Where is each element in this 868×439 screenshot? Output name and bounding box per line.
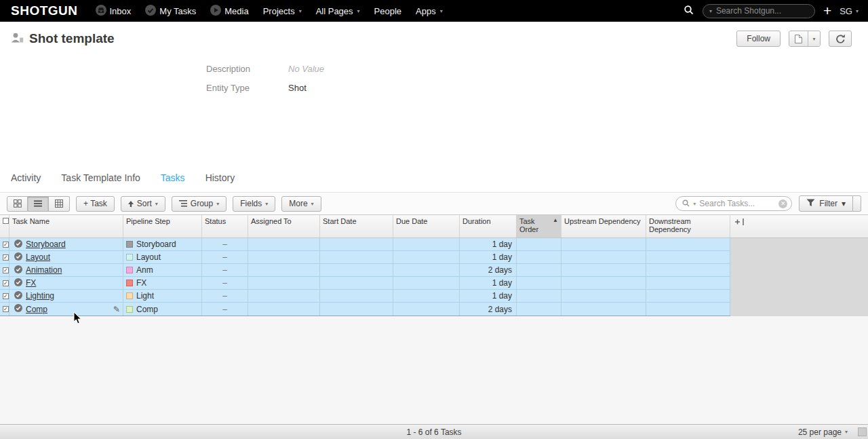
list-view-button[interactable] bbox=[28, 196, 49, 212]
upstream-dependency-cell[interactable] bbox=[561, 238, 646, 250]
sort-button[interactable]: Sort ▾ bbox=[121, 196, 165, 212]
column-header-assigned-to[interactable]: Assigned To bbox=[248, 215, 320, 237]
search-icon[interactable] bbox=[684, 5, 694, 18]
column-header-status[interactable]: Status bbox=[202, 215, 248, 237]
status-cell[interactable]: – bbox=[202, 290, 248, 302]
duration-cell[interactable]: 2 days bbox=[460, 303, 517, 316]
filter-panel-toggle[interactable] bbox=[853, 195, 861, 212]
nav-my-tasks[interactable]: My Tasks bbox=[145, 5, 196, 18]
row-select-cell[interactable] bbox=[0, 238, 9, 250]
status-cell[interactable]: – bbox=[202, 277, 248, 289]
start-date-cell[interactable] bbox=[320, 290, 393, 302]
pipeline-step-cell[interactable]: Comp bbox=[123, 303, 202, 316]
due-date-cell[interactable] bbox=[393, 264, 460, 276]
assigned-to-cell[interactable] bbox=[248, 238, 320, 250]
row-select-cell[interactable] bbox=[0, 264, 9, 276]
row-select-cell[interactable] bbox=[0, 277, 9, 289]
add-task-button[interactable]: + Task bbox=[76, 196, 115, 212]
pipeline-step-cell[interactable]: Anm bbox=[123, 264, 202, 276]
due-date-cell[interactable] bbox=[393, 290, 460, 302]
status-cell[interactable]: – bbox=[202, 238, 248, 250]
duration-cell[interactable]: 1 day bbox=[460, 238, 517, 250]
refresh-button[interactable] bbox=[829, 31, 852, 47]
task-name-cell[interactable]: Storyboard bbox=[9, 238, 123, 250]
task-order-cell[interactable] bbox=[517, 277, 561, 289]
duration-cell[interactable]: 2 days bbox=[460, 264, 517, 276]
column-header-pipeline-step[interactable]: Pipeline Step bbox=[123, 215, 202, 237]
column-header-due-date[interactable]: Due Date bbox=[393, 215, 460, 237]
task-name-link[interactable]: Storyboard bbox=[26, 240, 66, 249]
start-date-cell[interactable] bbox=[320, 264, 393, 276]
clear-search-icon[interactable]: ✕ bbox=[778, 199, 787, 208]
chevron-down-icon[interactable]: ▾ bbox=[808, 31, 820, 46]
spreadsheet-view-button[interactable] bbox=[49, 196, 70, 212]
row-select-cell[interactable] bbox=[0, 290, 9, 302]
task-order-cell[interactable] bbox=[517, 264, 561, 276]
user-menu[interactable]: SG ▾ bbox=[840, 6, 859, 16]
fields-button[interactable]: Fields ▾ bbox=[233, 196, 275, 212]
column-header-downstream-dependency[interactable]: Downstream Dependency bbox=[646, 215, 730, 237]
table-row[interactable]: Comp ✎ Comp – 2 days bbox=[0, 303, 730, 316]
start-date-cell[interactable] bbox=[320, 303, 393, 316]
row-select-cell[interactable] bbox=[0, 251, 9, 263]
task-name-link[interactable]: Layout bbox=[26, 252, 50, 262]
duration-cell[interactable]: 1 day bbox=[460, 251, 517, 263]
column-header-upstream-dependency[interactable]: Upstream Dependency bbox=[561, 215, 646, 237]
task-order-cell[interactable] bbox=[517, 238, 561, 250]
status-cell[interactable]: – bbox=[202, 303, 248, 316]
downstream-dependency-cell[interactable] bbox=[646, 290, 730, 302]
task-name-cell[interactable]: FX bbox=[9, 277, 123, 289]
pipeline-step-cell[interactable]: Storyboard bbox=[123, 238, 202, 250]
table-row[interactable]: FX FX – 1 day bbox=[0, 277, 730, 290]
tasks-search-input[interactable] bbox=[699, 199, 775, 208]
tab-tasks[interactable]: Tasks bbox=[161, 172, 185, 183]
nav-all-pages[interactable]: All Pages ▾ bbox=[316, 6, 360, 16]
global-search-input[interactable] bbox=[716, 6, 808, 16]
table-row[interactable]: Lighting Light – 1 day bbox=[0, 290, 730, 303]
downstream-dependency-cell[interactable] bbox=[646, 303, 730, 316]
row-checkbox[interactable] bbox=[3, 242, 9, 248]
upstream-dependency-cell[interactable] bbox=[561, 264, 646, 276]
entity-type-value[interactable]: Shot bbox=[288, 83, 307, 93]
row-checkbox[interactable] bbox=[3, 280, 9, 286]
table-row[interactable]: Storyboard Storyboard – 1 day bbox=[0, 238, 730, 251]
shotgun-logo[interactable]: SHOTGUN bbox=[11, 3, 78, 18]
row-checkbox[interactable] bbox=[3, 254, 9, 261]
select-all-checkbox[interactable] bbox=[3, 218, 9, 224]
thumbnail-view-button[interactable] bbox=[7, 196, 28, 212]
downstream-dependency-cell[interactable] bbox=[646, 264, 730, 276]
task-name-link[interactable]: FX bbox=[26, 278, 36, 288]
search-scope-caret-icon[interactable]: ▾ bbox=[693, 201, 696, 207]
start-date-cell[interactable] bbox=[320, 238, 393, 250]
task-name-link[interactable]: Comp bbox=[26, 305, 47, 314]
follow-button[interactable]: Follow bbox=[736, 31, 781, 47]
nav-media[interactable]: Media bbox=[210, 5, 248, 18]
task-name-link[interactable]: Animation bbox=[26, 265, 62, 275]
task-order-cell[interactable] bbox=[517, 303, 561, 316]
nav-inbox[interactable]: Inbox bbox=[96, 5, 132, 18]
per-page-selector[interactable]: 25 per page ▾ bbox=[798, 427, 848, 437]
due-date-cell[interactable] bbox=[393, 303, 460, 316]
assigned-to-cell[interactable] bbox=[248, 303, 320, 316]
row-checkbox[interactable] bbox=[3, 306, 9, 312]
column-header-duration[interactable]: Duration bbox=[460, 215, 517, 237]
header-select-all-cell[interactable] bbox=[0, 215, 9, 237]
upstream-dependency-cell[interactable] bbox=[561, 251, 646, 263]
task-name-link[interactable]: Lighting bbox=[26, 291, 54, 301]
pipeline-step-cell[interactable]: FX bbox=[123, 277, 202, 289]
column-header-start-date[interactable]: Start Date bbox=[320, 215, 393, 237]
assigned-to-cell[interactable] bbox=[248, 290, 320, 302]
downstream-dependency-cell[interactable] bbox=[646, 251, 730, 263]
tab-activity[interactable]: Activity bbox=[11, 172, 41, 183]
status-cell[interactable]: – bbox=[202, 251, 248, 263]
assigned-to-cell[interactable] bbox=[248, 264, 320, 276]
tab-history[interactable]: History bbox=[205, 172, 235, 183]
start-date-cell[interactable] bbox=[320, 251, 393, 263]
downstream-dependency-cell[interactable] bbox=[646, 238, 730, 250]
task-name-cell[interactable]: Lighting bbox=[9, 290, 123, 302]
nav-people[interactable]: People bbox=[374, 6, 401, 16]
task-name-cell[interactable]: Layout bbox=[9, 251, 123, 263]
task-order-cell[interactable] bbox=[517, 290, 561, 302]
row-select-cell[interactable] bbox=[0, 303, 9, 316]
quick-add-plus-icon[interactable]: + bbox=[823, 4, 831, 18]
